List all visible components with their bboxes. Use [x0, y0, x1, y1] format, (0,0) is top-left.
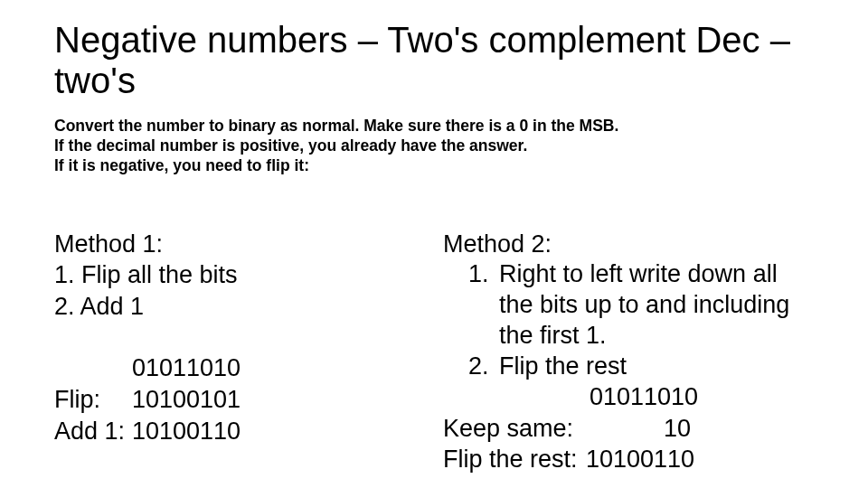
- method-1-original-label: [54, 352, 132, 384]
- method-2-heading: Method 2:: [443, 229, 814, 260]
- method-1-flip-label: Flip:: [54, 384, 132, 416]
- method-2-flip-value: 10100110: [586, 444, 694, 475]
- method-1-original-bits: 01011010: [132, 352, 241, 384]
- method-1-add-label: Add 1:: [54, 416, 132, 447]
- method-1-steps: 1. Flip all the bits 2. Add 1: [54, 259, 425, 322]
- intro-line-2: If the decimal number is positive, you a…: [54, 136, 527, 155]
- slide: Negative numbers – Two's complement Dec …: [0, 0, 868, 488]
- method-2-steps: Right to left write down all the bits up…: [443, 259, 814, 381]
- method-1-add-value: 10100110: [132, 416, 241, 447]
- slide-title: Negative numbers – Two's complement Dec …: [54, 20, 814, 101]
- method-2-keep-value: 10: [586, 413, 691, 445]
- method-2-step-2: Flip the rest: [495, 352, 814, 382]
- method-1-heading: Method 1:: [54, 229, 425, 260]
- method-2-work: 01011010 Keep same: 10 Flip the rest: 10…: [443, 381, 814, 475]
- method-2-step-1: Right to left write down all the bits up…: [495, 259, 814, 351]
- method-1-step-1: 1. Flip all the bits: [54, 259, 425, 291]
- intro-line-1: Convert the number to binary as normal. …: [54, 117, 618, 135]
- method-2-original-bits: 01011010: [443, 381, 698, 413]
- method-2-keep-label: Keep same:: [443, 413, 586, 445]
- method-1-flip-value: 10100101: [132, 384, 241, 416]
- method-1-work: 01011010 Flip: 10100101 Add 1: 10100110: [54, 352, 425, 446]
- method-1-column: Method 1: 1. Flip all the bits 2. Add 1 …: [54, 229, 443, 475]
- intro-text: Convert the number to binary as normal. …: [54, 116, 814, 176]
- intro-line-3: If it is negative, you need to flip it:: [54, 156, 309, 174]
- method-1-step-2: 2. Add 1: [54, 291, 425, 323]
- method-2-flip-label: Flip the rest:: [443, 444, 586, 475]
- methods-columns: Method 1: 1. Flip all the bits 2. Add 1 …: [54, 229, 814, 475]
- method-2-column: Method 2: Right to left write down all t…: [443, 229, 814, 475]
